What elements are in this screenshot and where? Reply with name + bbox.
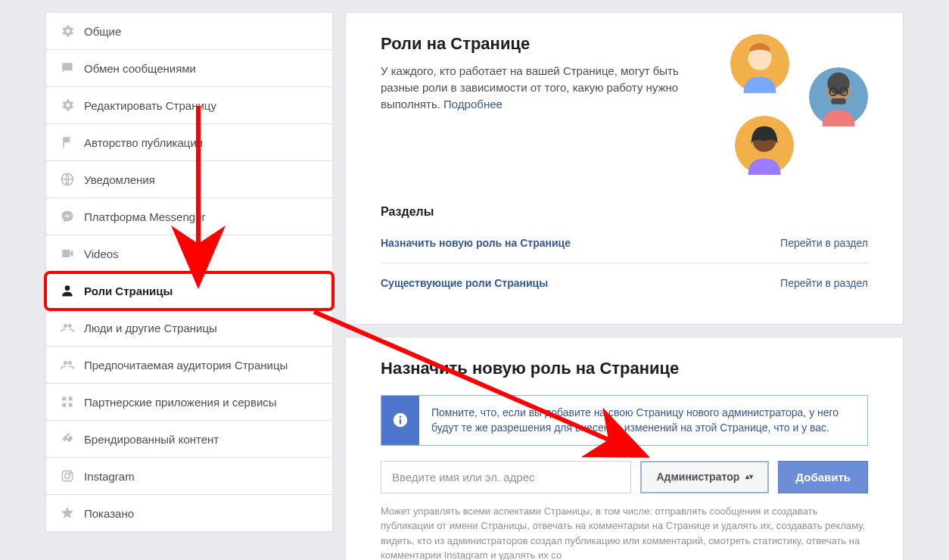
sidebar-item-label: Предпочитаемая аудитория Страницы (84, 359, 288, 372)
sidebar-item-notifications[interactable]: Уведомления (45, 161, 333, 198)
messenger-icon (60, 209, 75, 224)
sidebar-item-label: Показано (84, 507, 134, 520)
handshake-icon (60, 431, 75, 446)
sidebar-item-label: Партнерские приложения и сервисы (84, 396, 277, 409)
svg-point-4 (64, 361, 67, 365)
svg-point-12 (70, 472, 71, 474)
sidebar-item-messaging[interactable]: Обмен сообщениями (45, 50, 333, 87)
assign-role-panel: Назначить новую роль на Странице Помните… (345, 337, 904, 560)
admin-warning-box: Помните, что, если вы добавите на свою С… (381, 395, 868, 446)
gear-icon (60, 23, 75, 39)
svg-rect-7 (69, 397, 73, 400)
star-icon (60, 506, 75, 521)
sidebar-item-label: Авторство публикации (84, 136, 203, 149)
svg-point-25 (400, 416, 402, 418)
sidebar-item-label: Брендированный контент (84, 433, 219, 446)
sidebar-item-label: Роли Страницы (84, 285, 173, 297)
sidebar-item-label: Редактировать Страницу (84, 99, 216, 112)
person-icon (60, 283, 75, 298)
sidebar-item-label: Обмен сообщениями (84, 62, 196, 75)
assign-row: Администратор ▴▾ Добавить (381, 461, 868, 493)
svg-rect-8 (62, 403, 66, 407)
sidebar-item-preferred-audience[interactable]: Предпочитаемая аудитория Страницы (45, 347, 333, 384)
sidebar-item-featured[interactable]: Показано (45, 495, 333, 532)
sidebar-item-label: Общие (84, 25, 121, 38)
gear-icon (60, 98, 75, 113)
sidebar-item-post-attribution[interactable]: Авторство публикации (45, 124, 333, 161)
sections-title: Разделы (381, 205, 868, 219)
add-button[interactable]: Добавить (778, 461, 868, 493)
video-icon (60, 246, 75, 261)
intro-text: У каждого, кто работает на вашей Страниц… (381, 63, 709, 112)
sidebar-item-label: Instagram (84, 470, 135, 483)
svg-point-11 (65, 474, 70, 479)
sidebar-item-branded-content[interactable]: Брендированный контент (45, 421, 333, 458)
section-link-assign[interactable]: Назначить новую роль на Странице (381, 237, 571, 249)
chat-icon (60, 61, 75, 76)
instagram-icon (60, 468, 75, 484)
apps-icon (60, 394, 75, 409)
people-icon (60, 357, 75, 372)
svg-point-2 (64, 324, 67, 328)
sidebar-item-general[interactable]: Общие (45, 12, 333, 50)
info-icon (381, 396, 419, 445)
role-description: Может управлять всеми аспектами Страницы… (381, 504, 868, 560)
sidebar-item-messenger-platform[interactable]: Платформа Messenger (45, 198, 333, 235)
sidebar-item-label: Videos (84, 247, 119, 260)
sidebar-item-label: Люди и другие Страницы (84, 322, 217, 334)
svg-rect-26 (400, 419, 401, 424)
people-icon (60, 320, 75, 335)
globe-icon (60, 172, 75, 187)
role-select[interactable]: Администратор ▴▾ (640, 461, 769, 493)
assign-name-input[interactable] (381, 461, 631, 493)
sidebar-item-label: Платформа Messenger (84, 210, 205, 223)
svg-rect-6 (62, 397, 66, 400)
sidebar-item-label: Уведомления (84, 173, 155, 186)
goto-link[interactable]: Перейти в раздел (780, 277, 868, 289)
sidebar-item-partner-apps[interactable]: Партнерские приложения и сервисы (45, 384, 333, 421)
avatar-illustration (724, 34, 868, 185)
goto-link[interactable]: Перейти в раздел (780, 237, 868, 249)
svg-rect-18 (831, 98, 846, 104)
page-roles-panel: Роли на Странице У каждого, кто работает… (345, 12, 904, 325)
sidebar-item-page-roles[interactable]: Роли Страницы (45, 272, 333, 310)
flag-icon (60, 135, 75, 150)
page-title: Роли на Странице (381, 34, 709, 54)
sidebar-item-edit-page[interactable]: Редактировать Страницу (45, 87, 333, 124)
settings-sidebar: Общие Обмен сообщениями Редактировать Ст… (45, 12, 333, 560)
svg-rect-9 (69, 403, 73, 407)
section-link-existing[interactable]: Существующие роли Страницы (381, 277, 548, 289)
sidebar-item-videos[interactable]: Videos (45, 235, 333, 272)
svg-point-5 (68, 361, 72, 365)
sidebar-item-people-pages[interactable]: Люди и другие Страницы (45, 310, 333, 347)
svg-point-3 (68, 324, 72, 328)
svg-point-1 (65, 285, 70, 291)
sort-icon: ▴▾ (745, 473, 753, 481)
learn-more-link[interactable]: Подробнее (443, 98, 503, 110)
role-selected-label: Администратор (656, 471, 739, 483)
sidebar-item-instagram[interactable]: Instagram (45, 458, 333, 495)
assign-title: Назначить новую роль на Странице (381, 359, 868, 378)
section-row-existing: Существующие роли Страницы Перейти в раз… (381, 263, 868, 303)
main-content: Роли на Странице У каждого, кто работает… (345, 12, 904, 560)
admin-warning-text: Помните, что, если вы добавите на свою С… (419, 396, 867, 445)
section-row-assign: Назначить новую роль на Странице Перейти… (381, 223, 868, 263)
